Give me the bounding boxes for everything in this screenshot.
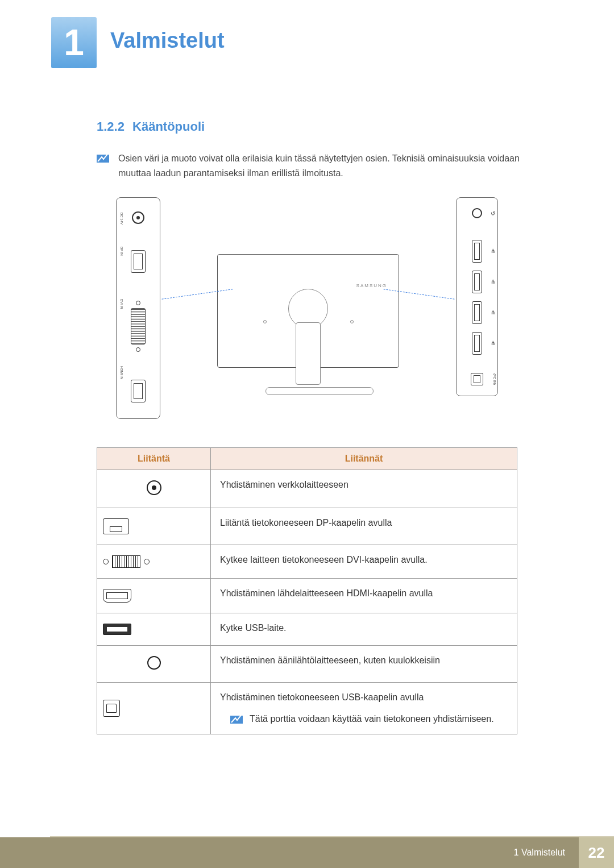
- usb-symbol: ⋔: [491, 309, 495, 315]
- dp-port-icon: [131, 250, 146, 273]
- label-hdmi: HDMI IN: [120, 366, 123, 379]
- section-heading: 1.2.2 Kääntöpuoli: [97, 119, 563, 134]
- page-footer: 1 Valmistelut 22: [0, 837, 614, 868]
- audio-icon: [147, 656, 161, 670]
- headphone-port-icon: [472, 208, 482, 218]
- table-row: Yhdistäminen äänilähtölaitteeseen, kuten…: [97, 646, 517, 683]
- dvi-icon: [103, 555, 205, 568]
- label-dc: DC 14V: [120, 213, 123, 225]
- note-icon: [230, 713, 243, 724]
- table-row: Yhdistäminen verkkolaitteeseen: [97, 470, 517, 508]
- usb-port-icon: [472, 271, 482, 293]
- row-desc: Yhdistäminen äänilähtölaitteeseen, kuten…: [211, 646, 517, 683]
- table-row: Liitäntä tietokoneeseen DP-kaapelin avul…: [97, 508, 517, 545]
- section-number: 1.2.2: [97, 119, 125, 134]
- usb-icon: [103, 624, 131, 635]
- row-note-text: Tätä porttia voidaan käyttää vain tietok…: [250, 712, 494, 726]
- row-desc: Liitäntä tietokoneeseen DP-kaapelin avul…: [211, 508, 517, 545]
- connector-table: Liitäntä Liitännät Yhdistäminen verkkola…: [97, 447, 517, 734]
- label-dp: DP IN: [120, 247, 123, 256]
- table-row: Kytkee laitteen tietokoneeseen DVI-kaape…: [97, 545, 517, 579]
- label-dvi: DVI IN: [120, 299, 123, 309]
- dc-icon: [147, 480, 161, 495]
- table-header-col1: Liitäntä: [97, 448, 211, 470]
- dp-icon: [103, 518, 129, 534]
- chapter-number: 1: [64, 24, 84, 61]
- row-desc: Yhdistäminen tietokoneeseen USB-kaapelin…: [220, 692, 424, 702]
- note-icon: [97, 152, 109, 163]
- table-row: Yhdistäminen lähdelaitteeseen HDMI-kaape…: [97, 579, 517, 613]
- row-desc: Yhdistäminen verkkolaitteeseen: [211, 470, 517, 508]
- usb-symbol: ⋔: [491, 248, 495, 254]
- table-header-col2: Liitännät: [211, 448, 517, 470]
- usb-symbol: ⋔: [491, 340, 495, 346]
- row-desc: Yhdistäminen lähdelaitteeseen HDMI-kaape…: [211, 579, 517, 613]
- row-desc: Kytke USB-laite.: [211, 613, 517, 646]
- left-port-panel: DC 14V DP IN DVI IN HDMI IN: [116, 197, 160, 419]
- section-title: Kääntöpuoli: [132, 119, 205, 134]
- usb-port-icon: [472, 301, 482, 324]
- rear-view-figure: DC 14V DP IN DVI IN HDMI IN: [97, 197, 517, 425]
- intro-note-text: Osien väri ja muoto voivat olla erilaisi…: [118, 151, 546, 180]
- dvi-port-icon: [131, 308, 146, 344]
- row-desc: Kytkee laitteen tietokoneeseen DVI-kaape…: [211, 545, 517, 579]
- pc-in-label: (PC IN): [493, 373, 496, 385]
- right-port-panel: ↺ ⋔ ⋔ ⋔ ⋔ (PC IN): [456, 197, 498, 396]
- usb-pc-port-icon: [471, 373, 483, 385]
- table-row: Yhdistäminen tietokoneeseen USB-kaapelin…: [97, 683, 517, 734]
- headphone-symbol: ↺: [491, 210, 495, 217]
- monitor-stand: [265, 322, 351, 408]
- footer-crumb: 1 Valmistelut: [500, 837, 579, 868]
- hdmi-icon: [103, 589, 131, 603]
- table-row: Kytke USB-laite.: [97, 613, 517, 646]
- monitor-rear: [166, 197, 450, 413]
- chapter-title: Valmistelut: [110, 28, 225, 53]
- page-number: 22: [579, 837, 614, 868]
- row-note: Tätä porttia voidaan käyttää vain tietok…: [230, 712, 508, 726]
- usb-port-icon: [472, 332, 482, 355]
- usb-symbol: ⋔: [491, 279, 495, 285]
- page-header: 1 Valmistelut: [51, 17, 563, 68]
- chapter-badge: 1: [51, 17, 97, 68]
- intro-note: Osien väri ja muoto voivat olla erilaisi…: [97, 151, 563, 180]
- hdmi-port-icon: [131, 380, 146, 402]
- usb-port-icon: [472, 240, 482, 263]
- usb-pc-icon: [103, 700, 120, 717]
- dc-port-icon: [132, 211, 144, 224]
